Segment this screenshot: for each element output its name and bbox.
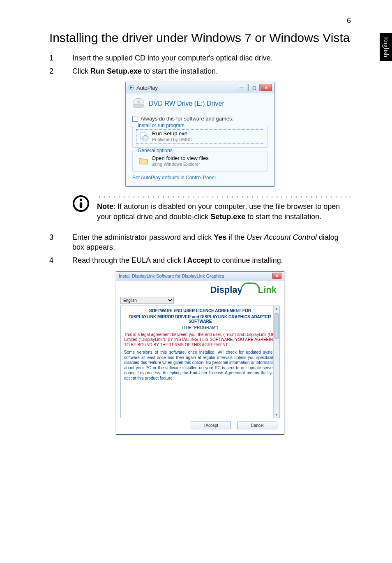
- cancel-button[interactable]: Cancel: [237, 422, 277, 429]
- scroll-thumb[interactable]: [274, 313, 279, 339]
- autoplay-defaults-link[interactable]: Set AutoPlay defaults in Control Panel: [132, 175, 268, 181]
- scroll-up-icon[interactable]: ▲: [274, 306, 279, 312]
- bold-text: Run Setup.exe: [90, 67, 142, 75]
- text: to start the installation.: [245, 213, 321, 221]
- step-text: Insert the supplied CD into your compute…: [72, 53, 351, 63]
- text: to start the installation.: [142, 67, 218, 75]
- svg-point-6: [143, 135, 148, 141]
- note-icon: [72, 195, 90, 212]
- note-label: Note: [97, 202, 113, 211]
- autoplay-icon: [128, 85, 134, 90]
- eula-heading-2: DISPLAYLINK MIRROR DRIVER and DISPLAYLIN…: [124, 315, 276, 324]
- svg-rect-9: [80, 202, 82, 208]
- step-number: 1: [49, 53, 72, 63]
- text: Click: [72, 67, 90, 75]
- bold-text: Setup.exe: [210, 213, 245, 221]
- text: Enter the administrator password and cli…: [72, 233, 214, 241]
- window-close-button[interactable]: ✕: [261, 84, 272, 91]
- open-sub: using Windows Explorer: [152, 162, 209, 167]
- steps-list-2: 3 Enter the administrator password and c…: [49, 232, 351, 266]
- drive-label: DVD RW Drive (E:) Driver: [149, 100, 224, 107]
- dl-logo-row: DisplayLink: [116, 280, 284, 297]
- step-text: Read through the EULA and click I Accept…: [72, 255, 351, 265]
- window-minimize-button[interactable]: —: [236, 84, 247, 91]
- run-title: Run Setup.exe: [152, 131, 192, 137]
- displaylink-logo: DisplayLink: [210, 285, 277, 295]
- dots-divider: [97, 194, 351, 198]
- window-maximize-button[interactable]: ▢: [248, 84, 260, 91]
- text: if the: [226, 233, 247, 241]
- scroll-down-icon[interactable]: ▼: [274, 412, 279, 418]
- svg-point-3: [137, 101, 140, 103]
- step-number: 2: [49, 66, 72, 76]
- page-number: 6: [49, 16, 351, 25]
- always-do-this-row[interactable]: Always do this for software and games:: [132, 116, 268, 122]
- displaylink-window: Install DisplayLink Software for Display…: [116, 271, 284, 435]
- step-number: 3: [49, 232, 72, 253]
- eula-red-text: This is a legal agreement between you, t…: [124, 332, 276, 348]
- install-group: Install or run program Run Setup.exe Pub…: [132, 126, 268, 148]
- bold-text: I Accept: [183, 256, 212, 264]
- folder-icon: [138, 156, 148, 166]
- open-title: Open folder to view files: [152, 155, 209, 162]
- step-2: 2 Click Run Setup.exe to start the insta…: [49, 66, 351, 76]
- general-group: General options Open folder to view file…: [132, 151, 268, 172]
- italic-text: User Account Control: [247, 233, 316, 241]
- svg-point-8: [80, 199, 82, 201]
- text: to continue installing.: [212, 256, 283, 264]
- step-text: Enter the administrator password and cli…: [72, 232, 351, 253]
- doc-page: 6 Installing the driver under Windows 7 …: [0, 0, 392, 459]
- logo-arc-icon: [241, 283, 260, 290]
- autoplay-window: AutoPlay — ▢ ✕ DVD RW Drive (E:) Driver: [125, 82, 275, 187]
- run-setup-item[interactable]: Run Setup.exe Published by SMSC: [136, 129, 264, 144]
- always-label: Always do this for software and games:: [141, 116, 233, 122]
- eula-box: SOFTWARE END USER LICENCE AGREEMENT FOR …: [120, 306, 280, 418]
- window-title: AutoPlay: [136, 85, 158, 91]
- installer-icon: [139, 132, 149, 141]
- eula-blue-text: Some versions of this software, once ins…: [124, 350, 276, 381]
- group-legend: General options: [136, 148, 174, 153]
- drive-row: DVD RW Drive (E:) Driver: [132, 97, 268, 110]
- language-select[interactable]: English: [120, 297, 174, 304]
- eula-heading-3: (THE "PROGRAM"): [124, 325, 276, 330]
- page-title: Installing the driver under Windows 7 or…: [49, 30, 351, 46]
- bold-text: Yes: [214, 233, 226, 241]
- step-1: 1 Insert the supplied CD into your compu…: [49, 53, 351, 63]
- step-3: 3 Enter the administrator password and c…: [49, 232, 351, 253]
- eula-heading-1: SOFTWARE END USER LICENCE AGREEMENT FOR: [124, 308, 276, 313]
- window-close-button[interactable]: ✕: [272, 273, 281, 279]
- logo-part-b: Link: [258, 285, 277, 295]
- note-text: Note: If autorun is disabled on your com…: [97, 202, 351, 222]
- step-text: Click Run Setup.exe to start the install…: [72, 66, 351, 76]
- open-folder-item[interactable]: Open folder to view files using Windows …: [136, 154, 264, 168]
- displaylink-figure: Install DisplayLink Software for Display…: [49, 271, 351, 435]
- group-legend: Install or run program: [136, 123, 186, 128]
- window-titlebar: AutoPlay — ▢ ✕: [126, 82, 274, 93]
- step-4: 4 Read through the EULA and click I Acce…: [49, 255, 351, 265]
- autoplay-figure: AutoPlay — ▢ ✕ DVD RW Drive (E:) Driver: [49, 82, 351, 187]
- dl-titlebar: Install DisplayLink Software for Display…: [116, 272, 284, 280]
- checkbox-icon[interactable]: [132, 116, 138, 122]
- logo-part-a: Display: [210, 285, 242, 295]
- dl-window-title: Install DisplayLink Software for Display…: [119, 273, 224, 278]
- disc-drive-icon: [132, 97, 145, 110]
- text: Read through the EULA and click: [72, 256, 183, 264]
- scrollbar[interactable]: ▲ ▼: [273, 306, 279, 418]
- i-accept-button[interactable]: I Accept: [191, 422, 231, 429]
- step-number: 4: [49, 255, 72, 265]
- svg-rect-4: [134, 104, 143, 107]
- note-block: Note: If autorun is disabled on your com…: [72, 194, 351, 222]
- steps-list: 1 Insert the supplied CD into your compu…: [49, 53, 351, 76]
- run-publisher: Published by SMSC: [152, 137, 192, 142]
